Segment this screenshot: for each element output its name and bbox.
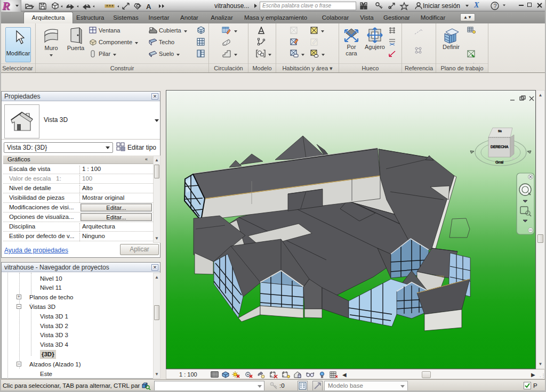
svg-text:DERECHA: DERECHA (491, 145, 509, 149)
svg-text:A: A (146, 3, 151, 11)
svg-text:Gral: Gral (495, 160, 503, 165)
svg-text:Su̇: Su̇ (498, 129, 502, 133)
svg-text:?: ? (494, 3, 497, 9)
